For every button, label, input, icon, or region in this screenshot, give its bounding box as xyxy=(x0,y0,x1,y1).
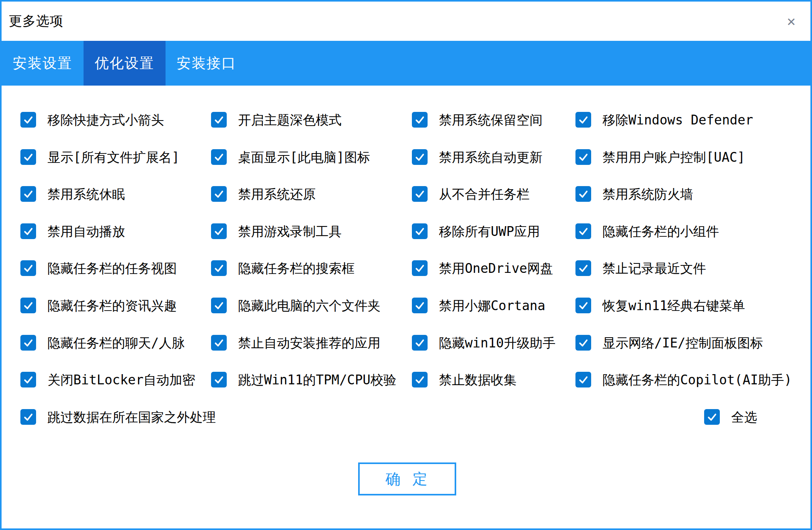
option-item[interactable]: 禁止数据收集 xyxy=(412,372,517,387)
checkmark-icon xyxy=(212,113,226,126)
option-item[interactable]: 禁止自动安装推荐的应用 xyxy=(211,335,381,351)
checkbox[interactable] xyxy=(211,186,227,202)
checkbox-label: 隐藏任务栏的搜索框 xyxy=(238,262,355,275)
checkbox[interactable] xyxy=(20,223,36,239)
checkbox-label: 桌面显示[此电脑]图标 xyxy=(238,151,370,164)
option-item[interactable]: 禁用游戏录制工具 xyxy=(211,223,342,239)
checkmark-icon xyxy=(22,299,35,312)
option-item[interactable]: 禁用系统休眠 xyxy=(20,186,125,202)
option-item[interactable]: 隐藏任务栏的聊天/人脉 xyxy=(20,335,185,351)
checkmark-icon xyxy=(577,113,590,126)
checkbox[interactable] xyxy=(412,149,428,165)
checkbox[interactable] xyxy=(575,335,591,351)
tab-install-interface[interactable]: 安装接口 xyxy=(166,41,248,86)
option-item[interactable]: 开启主题深色模式 xyxy=(211,112,342,128)
option-item[interactable]: 隐藏此电脑的六个文件夹 xyxy=(211,298,381,313)
option-item[interactable]: 禁用小娜Cortana xyxy=(412,298,545,313)
option-item[interactable]: 禁用自动播放 xyxy=(20,223,125,239)
checkbox[interactable] xyxy=(20,335,36,351)
checkbox-label: 隐藏任务栏的资讯兴趣 xyxy=(47,299,177,312)
checkbox[interactable] xyxy=(575,186,591,202)
checkbox[interactable] xyxy=(412,335,428,351)
checkbox[interactable] xyxy=(412,260,428,276)
ok-button[interactable]: 确 定 xyxy=(358,462,456,495)
option-item[interactable]: 恢复win11经典右键菜单 xyxy=(575,298,745,313)
checkbox[interactable] xyxy=(575,260,591,276)
select-all-checkbox[interactable] xyxy=(704,409,720,425)
checkmark-icon xyxy=(22,261,35,275)
checkbox[interactable] xyxy=(412,298,428,313)
checkbox[interactable] xyxy=(412,112,428,128)
checkmark-icon xyxy=(212,261,226,275)
checkbox-label: 跳过Win11的TPM/CPU校验 xyxy=(238,373,396,386)
checkbox[interactable] xyxy=(575,298,591,313)
checkbox-label: 禁用小娜Cortana xyxy=(439,299,545,312)
checkbox[interactable] xyxy=(20,112,36,128)
checkbox-label: 显示网络/IE/控制面板图标 xyxy=(603,336,763,349)
option-item[interactable]: 桌面显示[此电脑]图标 xyxy=(211,149,370,165)
checkmark-icon xyxy=(577,261,590,275)
checkmark-icon xyxy=(22,225,35,238)
checkbox[interactable] xyxy=(575,372,591,387)
checkbox[interactable] xyxy=(20,260,36,276)
option-item[interactable]: 隐藏任务栏的小组件 xyxy=(575,223,719,239)
option-item[interactable]: 隐藏任务栏的资讯兴趣 xyxy=(20,298,177,313)
option-item[interactable]: 显示网络/IE/控制面板图标 xyxy=(575,335,763,351)
checkbox[interactable] xyxy=(20,409,36,425)
checkbox-label: 隐藏此电脑的六个文件夹 xyxy=(238,299,381,312)
checkbox-label: 隐藏任务栏的任务视图 xyxy=(47,262,177,275)
checkbox[interactable] xyxy=(211,223,227,239)
checkbox-label: 禁用系统自动更新 xyxy=(439,151,543,164)
select-all-option[interactable]: 全选 xyxy=(704,409,757,425)
checkmark-icon xyxy=(212,336,226,349)
option-item[interactable]: 禁止记录最近文件 xyxy=(575,260,706,276)
checkmark-icon xyxy=(212,225,226,238)
tab-install-settings[interactable]: 安装设置 xyxy=(2,41,84,86)
option-item[interactable]: 禁用用户账户控制[UAC] xyxy=(575,149,745,165)
option-item[interactable]: 隐藏win10升级助手 xyxy=(412,335,555,351)
checkbox[interactable] xyxy=(412,186,428,202)
checkbox-label: 禁用系统防火墙 xyxy=(603,188,693,201)
checkmark-icon xyxy=(212,299,226,312)
option-item[interactable]: 禁用系统保留空间 xyxy=(412,112,543,128)
option-item[interactable]: 移除Windows Defender xyxy=(575,112,753,128)
checkmark-icon xyxy=(413,373,426,386)
close-icon[interactable]: ✕ xyxy=(787,14,796,28)
checkbox-label: 开启主题深色模式 xyxy=(238,113,342,126)
option-item[interactable]: 禁用系统防火墙 xyxy=(575,186,693,202)
option-item[interactable]: 移除快捷方式小箭头 xyxy=(20,112,164,128)
checkbox[interactable] xyxy=(211,335,227,351)
checkbox[interactable] xyxy=(211,298,227,313)
checkbox[interactable] xyxy=(20,186,36,202)
option-item[interactable]: 隐藏任务栏的Copilot(AI助手) xyxy=(575,372,792,387)
option-item[interactable]: 禁用OneDrive网盘 xyxy=(412,260,553,276)
checkbox[interactable] xyxy=(20,298,36,313)
option-item[interactable]: 隐藏任务栏的任务视图 xyxy=(20,260,177,276)
option-item[interactable]: 禁用系统自动更新 xyxy=(412,149,543,165)
checkmark-icon xyxy=(577,225,590,238)
checkbox[interactable] xyxy=(20,149,36,165)
checkmark-icon xyxy=(22,113,35,126)
option-item[interactable]: 移除所有UWP应用 xyxy=(412,223,540,239)
checkbox-label: 从不合并任务栏 xyxy=(439,188,530,201)
option-item[interactable]: 关闭BitLocker自动加密 xyxy=(20,372,195,387)
checkbox[interactable] xyxy=(575,223,591,239)
option-item[interactable]: 显示[所有文件扩展名] xyxy=(20,149,180,165)
checkbox[interactable] xyxy=(211,372,227,387)
checkbox[interactable] xyxy=(575,149,591,165)
checkbox[interactable] xyxy=(20,372,36,387)
option-item[interactable]: 跳过Win11的TPM/CPU校验 xyxy=(211,372,396,387)
checkbox[interactable] xyxy=(211,260,227,276)
checkbox-label: 禁止自动安装推荐的应用 xyxy=(238,336,381,349)
option-item[interactable]: 跳过数据在所在国家之外处理 xyxy=(20,409,216,425)
option-item[interactable]: 禁用系统还原 xyxy=(211,186,316,202)
checkbox[interactable] xyxy=(575,112,591,128)
checkbox[interactable] xyxy=(412,372,428,387)
option-item[interactable]: 从不合并任务栏 xyxy=(412,186,530,202)
checkbox[interactable] xyxy=(211,112,227,128)
option-item[interactable]: 隐藏任务栏的搜索框 xyxy=(211,260,355,276)
tab-optimize-settings[interactable]: 优化设置 xyxy=(84,41,166,86)
checkbox[interactable] xyxy=(412,223,428,239)
checkbox[interactable] xyxy=(211,149,227,165)
checkbox-label: 隐藏win10升级助手 xyxy=(439,336,555,349)
